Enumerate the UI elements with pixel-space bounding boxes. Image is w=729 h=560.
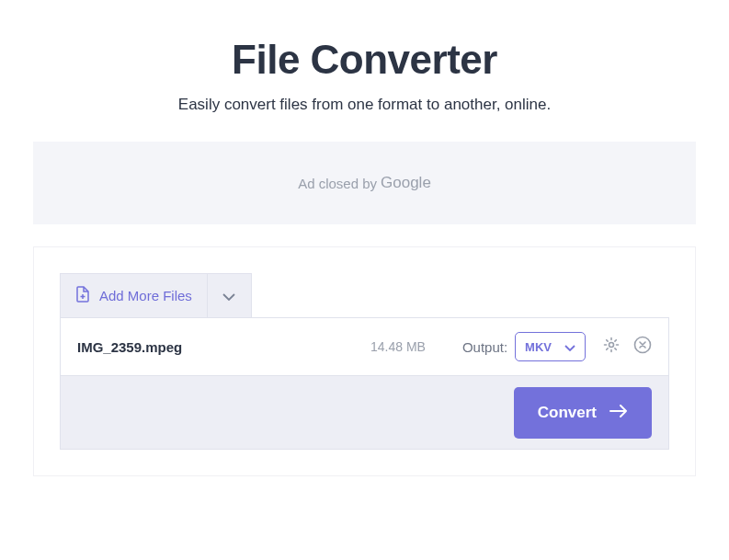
- chevron-down-icon: [564, 338, 575, 355]
- page-subtitle: Easily convert files from one format to …: [0, 96, 729, 114]
- add-more-files-button[interactable]: Add More Files: [60, 273, 208, 317]
- svg-point-0: [609, 343, 614, 348]
- file-name: IMG_2359.mpeg: [77, 339, 370, 355]
- file-row: IMG_2359.mpeg 14.48 MB Output: MKV: [60, 317, 669, 376]
- output-format-value: MKV: [525, 340, 552, 354]
- page-title: File Converter: [0, 37, 729, 83]
- close-icon: [633, 336, 652, 358]
- gear-icon: [602, 336, 621, 358]
- add-file-icon: [75, 286, 99, 305]
- action-bar: Convert: [60, 376, 669, 450]
- arrow-right-icon: [597, 404, 628, 422]
- add-files-dropdown-button[interactable]: [208, 273, 252, 317]
- output-format-select[interactable]: MKV: [515, 332, 586, 361]
- settings-button[interactable]: [602, 336, 621, 358]
- convert-button[interactable]: Convert: [514, 387, 652, 439]
- output-label: Output:: [462, 339, 507, 355]
- converter-panel: Add More Files IMG_2359.mpeg 14.48 MB Ou…: [33, 246, 696, 476]
- file-size: 14.48 MB: [370, 339, 426, 354]
- convert-button-label: Convert: [538, 404, 597, 422]
- ad-brand: Google: [381, 174, 431, 192]
- ad-text: Ad closed by: [298, 176, 377, 191]
- toolbar: Add More Files: [60, 273, 669, 317]
- add-more-files-label: Add More Files: [99, 288, 192, 303]
- chevron-down-icon: [222, 288, 235, 304]
- remove-file-button[interactable]: [633, 336, 652, 358]
- ad-container: Ad closed by Google: [33, 142, 696, 224]
